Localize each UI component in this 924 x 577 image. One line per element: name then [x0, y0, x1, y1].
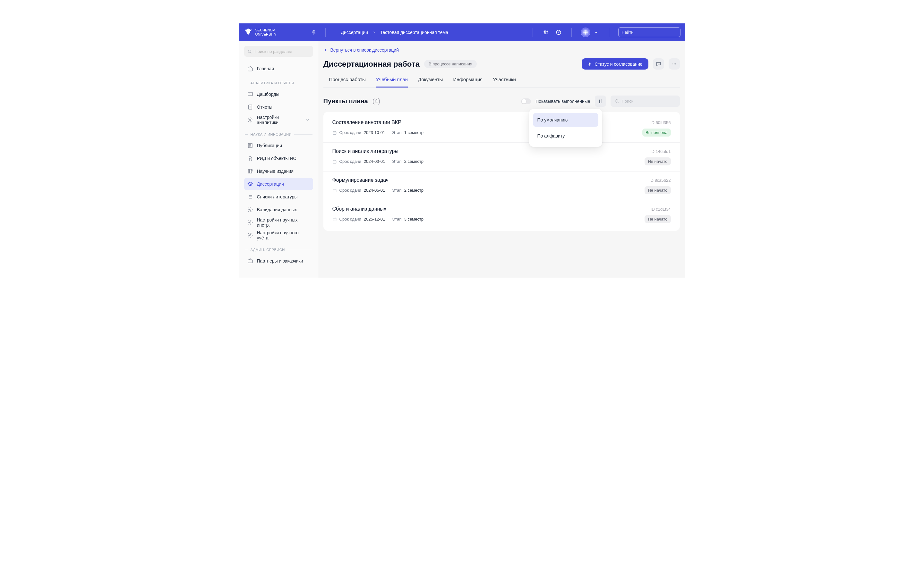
plan-item-status: Не начато	[645, 157, 670, 165]
plan-item[interactable]: Формулирование задачID 8ca5b22Срок сдачи…	[323, 171, 680, 200]
sidebar-search[interactable]	[244, 46, 313, 57]
sidebar-item[interactable]: Публикации	[244, 139, 313, 152]
sidebar-item[interactable]: Научные издания	[244, 165, 313, 177]
sidebar-item-label: Диссертации	[257, 181, 284, 187]
sidebar-item[interactable]: Партнеры и заказчики	[244, 255, 313, 267]
sidebar-item[interactable]: Диссертации	[244, 178, 313, 190]
sidebar-item-label: Публикации	[257, 143, 282, 148]
sidebar-item[interactable]: Валидация данных	[244, 203, 313, 216]
sidebar-search-input[interactable]	[255, 49, 310, 54]
pin-icon[interactable]	[311, 30, 317, 35]
sidebar-section-header: НАУКА И ИННОВАЦИИ	[244, 132, 313, 136]
calendar-icon	[333, 188, 337, 193]
chevron-down-icon[interactable]	[592, 29, 600, 36]
sidebar-item-label: Партнеры и заказчики	[257, 258, 303, 263]
chevron-right-icon	[373, 31, 376, 34]
global-search-input[interactable]	[622, 30, 676, 35]
sidebar-item-home[interactable]: Главная	[244, 63, 313, 75]
breadcrumb-root[interactable]: Диссертации	[341, 30, 368, 35]
plan-item-due: 2024-03-01	[364, 159, 385, 164]
sidebar-item[interactable]: Отчеты	[244, 101, 313, 113]
books-icon	[247, 168, 253, 174]
page-title: Диссертационная работа	[323, 60, 420, 69]
plan-item[interactable]: Сбор и анализ данныхID c1d1f34Срок сдачи…	[323, 200, 680, 229]
tab[interactable]: Процесс работы	[329, 77, 366, 87]
svg-rect-25	[333, 218, 336, 221]
sidebar-item[interactable]: Дашборды	[244, 88, 313, 100]
report-icon	[247, 104, 253, 110]
tab[interactable]: Документы	[418, 77, 443, 87]
svg-point-13	[249, 156, 252, 159]
plan-item-id: ID 8ca5b22	[649, 178, 671, 183]
status-action-button[interactable]: Статус и согласование	[582, 58, 648, 69]
sidebar-item[interactable]: Настройки научного учёта	[244, 229, 313, 242]
status-badge: В процессе написания	[424, 60, 477, 68]
list-title: Пункты плана	[323, 97, 368, 105]
help-icon[interactable]	[555, 29, 562, 36]
list-icon	[247, 194, 253, 200]
svg-point-20	[675, 63, 676, 64]
gear-icon	[247, 219, 253, 226]
sidebar-item[interactable]: РИД и объекты ИС	[244, 152, 313, 164]
tab[interactable]: Информация	[453, 77, 483, 87]
sort-option[interactable]: По умолчанию	[533, 113, 598, 127]
show-completed-toggle[interactable]	[521, 98, 531, 104]
sidebar-item[interactable]: Настройки аналитики	[244, 114, 313, 126]
list-search-input[interactable]	[622, 99, 676, 103]
breadcrumb-current[interactable]: Тестовая диссертационная тема	[380, 30, 448, 35]
gear-icon	[247, 232, 253, 238]
plan-item-stage: 3 семестр	[404, 217, 423, 221]
calendar-icon	[333, 159, 337, 164]
svg-point-11	[249, 119, 251, 121]
sidebar-item-label: РИД и объекты ИС	[257, 156, 296, 161]
plan-item-due: 2023-10-01	[364, 130, 385, 135]
sidebar-item[interactable]: Настройки научных инстр.	[244, 216, 313, 229]
plan-item-name: Составление аннотации ВКР	[333, 119, 401, 125]
sort-button[interactable]	[595, 95, 606, 107]
plan-item-due: 2024-05-01	[364, 188, 385, 193]
tab[interactable]: Учебный план	[376, 77, 408, 87]
sidebar-item-label: Настройки научного учёта	[257, 230, 310, 240]
sidebar-item-label: Настройки научных инстр.	[257, 218, 310, 227]
plan-item-name: Поиск и анализ литературы	[333, 148, 399, 154]
sidebar-item-label: Дашборды	[257, 92, 279, 97]
plan-item[interactable]: Составление аннотации ВКРID 60fd356Срок …	[323, 114, 680, 143]
list-search[interactable]	[611, 95, 680, 107]
search-icon	[614, 99, 619, 103]
sidebar-item[interactable]: Списки литературы	[244, 191, 313, 203]
sidebar-item-label: Валидация данных	[257, 207, 297, 212]
bolt-icon	[588, 61, 592, 66]
global-search[interactable]	[618, 27, 680, 37]
tabs: Процесс работыУчебный планДокументыИнфор…	[323, 77, 680, 88]
plan-item-id: ID 60fd356	[650, 120, 671, 125]
plan-list: Составление аннотации ВКРID 60fd356Срок …	[323, 112, 680, 231]
sidebar-section-header: АДМИН. СЕРВИСЫ	[244, 248, 313, 251]
more-button[interactable]	[669, 58, 680, 69]
sort-icon	[598, 99, 603, 104]
plan-item-stage: 1 семестр	[404, 130, 423, 135]
back-link[interactable]: Вернуться в список диссертаций	[323, 47, 399, 53]
settings-icon[interactable]	[542, 29, 549, 36]
svg-point-21	[615, 100, 618, 103]
avatar[interactable]	[581, 27, 590, 37]
plan-item[interactable]: Поиск и анализ литературыID 146afd1Срок …	[323, 143, 680, 171]
plan-item-stage: 2 семестр	[404, 188, 423, 193]
sidebar-item-label: Списки литературы	[257, 194, 298, 199]
plan-item-status: Выполнена	[642, 129, 670, 137]
svg-rect-22	[333, 131, 336, 134]
sort-popover: По умолчаниюПо алфавиту	[529, 109, 602, 147]
brand-logo[interactable]: SECHENOVUNIVERSITY	[244, 28, 276, 37]
chevron-left-icon	[323, 48, 327, 52]
svg-point-16	[249, 235, 251, 236]
dashboard-icon	[247, 91, 253, 97]
svg-rect-17	[248, 259, 252, 263]
svg-rect-23	[333, 160, 336, 163]
comments-button[interactable]	[653, 58, 664, 69]
home-icon	[247, 66, 253, 71]
plan-item-due: 2025-12-01	[364, 217, 385, 221]
sidebar-item-label: Настройки аналитики	[257, 115, 302, 125]
plan-item-status: Не начато	[645, 215, 670, 223]
tab[interactable]: Участники	[493, 77, 516, 87]
gear-icon	[247, 117, 253, 123]
sort-option[interactable]: По алфавиту	[533, 129, 598, 143]
